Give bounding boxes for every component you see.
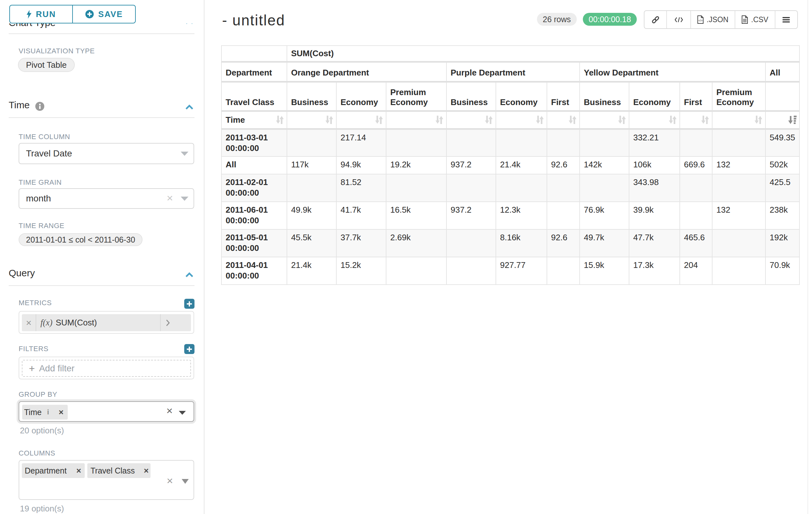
svg-text:</>: </> [698, 19, 702, 22]
